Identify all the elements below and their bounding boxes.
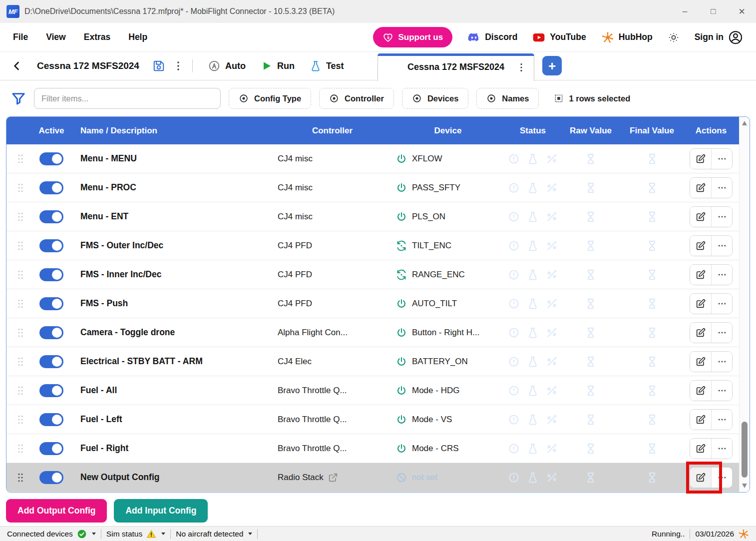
active-toggle[interactable] xyxy=(39,268,63,281)
active-toggle[interactable] xyxy=(39,152,63,165)
scrollbar-thumb[interactable] xyxy=(742,422,748,478)
edit-config-button[interactable] xyxy=(690,236,711,256)
table-row[interactable]: Menu - PROC CJ4 misc PASS_SFTY xyxy=(6,173,750,202)
edit-config-button[interactable] xyxy=(690,265,711,285)
drag-handle[interactable] xyxy=(6,297,26,310)
edit-config-button[interactable] xyxy=(690,207,711,227)
active-toggle[interactable] xyxy=(39,442,63,455)
drag-handle[interactable] xyxy=(6,268,26,281)
active-toggle[interactable] xyxy=(39,384,63,397)
controller-cell: CJ4 PFD xyxy=(274,241,391,251)
row-more-button[interactable] xyxy=(711,207,732,227)
add-tab-button[interactable]: + xyxy=(542,56,562,75)
active-toggle[interactable] xyxy=(39,326,63,339)
active-toggle[interactable] xyxy=(39,355,63,368)
auto-button[interactable]: Auto xyxy=(208,59,246,72)
discord-link[interactable]: Discord xyxy=(467,31,517,44)
run-button[interactable]: Run xyxy=(261,60,295,72)
edit-config-button[interactable] xyxy=(690,178,711,198)
table-row[interactable]: Menu - MENU CJ4 misc XFLOW xyxy=(6,144,750,173)
edit-config-button[interactable] xyxy=(690,149,711,169)
theme-toggle-icon[interactable] xyxy=(668,31,680,43)
drag-handle[interactable] xyxy=(6,355,26,368)
raw-value-cell xyxy=(561,384,621,397)
drag-handle[interactable] xyxy=(6,471,26,484)
menu-extras[interactable]: Extras xyxy=(84,32,111,42)
back-button[interactable] xyxy=(11,60,23,72)
row-more-button[interactable] xyxy=(711,294,732,314)
aircraft-status[interactable]: No aircraft detected xyxy=(171,527,257,541)
row-more-button[interactable] xyxy=(711,352,732,372)
table-row[interactable]: FMS - Push CJ4 PFD AUTO_TILT xyxy=(6,289,750,318)
drag-handle[interactable] xyxy=(6,210,26,223)
edit-config-button[interactable] xyxy=(690,323,711,343)
table-row[interactable]: FMS - Inner Inc/Dec CJ4 PFD RANGE_ENC xyxy=(6,260,750,289)
drag-handle[interactable] xyxy=(6,326,26,339)
add-input-config-button[interactable]: Add Input Config xyxy=(114,499,208,523)
table-row[interactable]: Fuel - All Bravo Throttle Q... Mode - HD… xyxy=(6,376,750,405)
test-button[interactable]: Test xyxy=(310,60,344,72)
sim-status[interactable]: Sim status xyxy=(101,527,170,541)
drag-handle[interactable] xyxy=(6,239,26,252)
active-toggle[interactable] xyxy=(39,297,63,310)
edit-config-button[interactable] xyxy=(690,294,711,314)
active-toggle[interactable] xyxy=(39,413,63,426)
edit-config-button[interactable] xyxy=(690,352,711,372)
maximize-button[interactable]: □ xyxy=(699,0,728,23)
raw-value-cell xyxy=(561,442,621,455)
add-output-config-button[interactable]: Add Output Config xyxy=(6,499,107,523)
row-more-button[interactable] xyxy=(711,149,732,169)
edit-config-button[interactable] xyxy=(690,468,711,488)
filter-chip-controller[interactable]: Controller xyxy=(319,88,394,109)
menu-view[interactable]: View xyxy=(46,32,66,42)
row-more-button[interactable] xyxy=(711,236,732,256)
youtube-link[interactable]: YouTube xyxy=(532,31,586,44)
scroll-down-arrow-icon[interactable] xyxy=(742,484,747,488)
table-row[interactable]: Menu - ENT CJ4 misc PLS_ON xyxy=(6,202,750,231)
scroll-up-arrow-icon[interactable] xyxy=(742,121,747,125)
row-more-button[interactable] xyxy=(711,381,732,401)
drag-handle[interactable] xyxy=(6,181,26,194)
save-button[interactable] xyxy=(152,59,165,72)
table-row[interactable]: Camera - Toggle drone Alpha Flight Con..… xyxy=(6,318,750,347)
menu-help[interactable]: Help xyxy=(128,32,147,42)
drag-handle[interactable] xyxy=(6,413,26,426)
table-row[interactable]: Electrical - STBY BATT - ARM CJ4 Elec BA… xyxy=(6,347,750,376)
tab-cessna-172-msfs2024[interactable]: Cessna 172 MSFS2024 xyxy=(378,53,534,81)
tab-menu-button[interactable] xyxy=(516,62,527,73)
drag-handle[interactable] xyxy=(6,442,26,455)
row-more-button[interactable] xyxy=(711,439,732,459)
edit-config-button[interactable] xyxy=(690,381,711,401)
drag-handle[interactable] xyxy=(6,384,26,397)
filter-input[interactable] xyxy=(34,88,221,109)
row-more-button[interactable] xyxy=(711,323,732,343)
close-button[interactable]: ✕ xyxy=(728,0,756,23)
connected-devices-status[interactable]: Connected devices xyxy=(2,527,101,541)
row-more-button[interactable] xyxy=(711,265,732,285)
row-more-button[interactable] xyxy=(711,410,732,430)
active-toggle[interactable] xyxy=(39,471,63,484)
active-toggle[interactable] xyxy=(39,239,63,252)
table-row[interactable]: New Output Config Radio Stack not set xyxy=(6,463,750,492)
edit-config-button[interactable] xyxy=(690,439,711,459)
row-more-button[interactable] xyxy=(711,468,732,488)
active-toggle[interactable] xyxy=(39,210,63,223)
filter-chip-names[interactable]: Names xyxy=(476,88,539,109)
filter-chip-config-type[interactable]: Config Type xyxy=(229,88,311,109)
vertical-scrollbar[interactable] xyxy=(739,117,750,492)
table-row[interactable]: Fuel - Right Bravo Throttle Q... Mode - … xyxy=(6,434,750,463)
row-more-button[interactable] xyxy=(711,178,732,198)
table-row[interactable]: FMS - Outer Inc/Dec CJ4 PFD TILT_ENC xyxy=(6,231,750,260)
menu-file[interactable]: File xyxy=(13,32,28,42)
sign-in-button[interactable]: Sign in xyxy=(695,30,743,45)
support-us-button[interactable]: $ Support us xyxy=(373,27,452,47)
external-link-icon[interactable] xyxy=(328,473,338,483)
minimize-button[interactable]: – xyxy=(671,0,699,23)
active-toggle[interactable] xyxy=(39,181,63,194)
drag-handle[interactable] xyxy=(6,152,26,165)
project-menu-button[interactable] xyxy=(172,60,184,72)
filter-chip-devices[interactable]: Devices xyxy=(402,88,468,109)
hubhop-link[interactable]: HubHop xyxy=(601,31,653,44)
edit-config-button[interactable] xyxy=(690,410,711,430)
table-row[interactable]: Fuel - Left Bravo Throttle Q... Mode - V… xyxy=(6,405,750,434)
